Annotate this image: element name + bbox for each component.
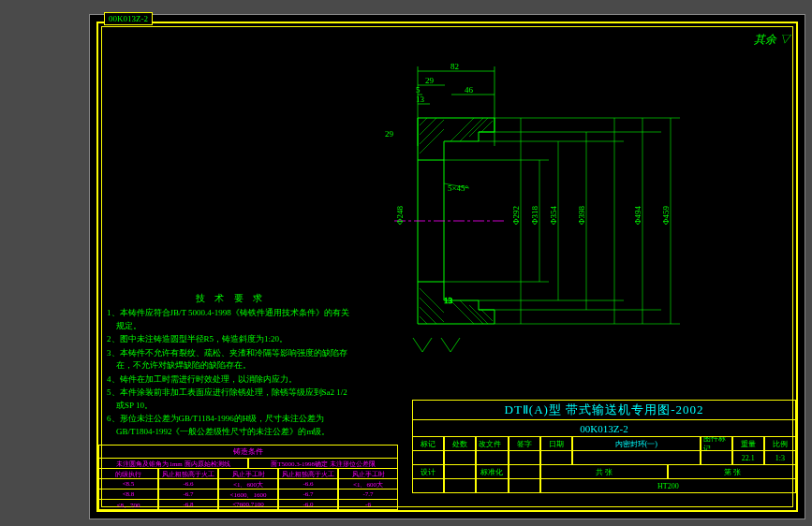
svg-line-11 — [420, 120, 444, 144]
note-item: 6、形位未注公差为GB/T1184-1996的H级，尺寸未注公差为GB/T180… — [116, 413, 355, 438]
svg-line-22 — [460, 300, 483, 324]
dim-5: 5 — [416, 85, 421, 95]
title-block: DTⅡ(A)型 带式输送机专用图-2002 00K013Z-2 标记处数图签更改… — [412, 400, 796, 510]
svg-line-21 — [450, 300, 474, 324]
spec-table: 铸造条件 未注圆角及锥角为1mm 面内原始检测线面T5000.3-1998确定 … — [98, 445, 398, 510]
surface-finish-note: 其余 ▽ — [754, 32, 790, 48]
dim-248: Φ248 — [395, 205, 405, 225]
note-item: 2、图中未注铸造圆型半径R5，铸造斜度为1:20。 — [116, 333, 355, 346]
svg-line-9 — [420, 118, 427, 125]
svg-line-18 — [420, 307, 436, 324]
drawing-tag: 00K013Z-2 — [104, 12, 153, 25]
spec-title: 铸造条件 — [98, 445, 398, 459]
dim-354: Φ354 — [549, 205, 558, 225]
technical-requirements: 技 术 要 求 1、本铸件应符合JB/T 5000.4-1998《铸铁件通用技术… — [107, 291, 355, 439]
svg-line-12 — [420, 129, 444, 153]
dim-398: Φ398 — [577, 205, 586, 225]
note-item: 1、本铸件应符合JB/T 5000.4-1998《铸铁件通用技术条件》的有关规定… — [116, 307, 355, 332]
note-item: 3、本铸件不允许有裂纹、疏松、夹渣和冷隔等影响强度的缺陷存在，不允许对缺焊缺陷的… — [116, 347, 355, 373]
dim-bottom-13: 13 — [444, 296, 453, 305]
svg-line-17 — [420, 316, 427, 324]
dim-13: 13 — [416, 95, 425, 104]
svg-line-16 — [481, 121, 493, 132]
note-item: 5、本件涂装前非加工表面应进行除锈处理，除锈等级应到Sa2 1/2或SP 10。 — [116, 387, 355, 412]
dim-292: Φ292 — [511, 206, 521, 225]
svg-line-13 — [450, 118, 474, 141]
technical-drawing: 82 29 5 46 13 29 — [343, 62, 689, 371]
svg-line-19 — [420, 298, 444, 322]
note-item: 4、铸件在加工时需进行时效处理，以消除内应力。 — [116, 373, 355, 387]
svg-line-24 — [481, 310, 493, 321]
notes-title: 技 术 要 求 — [107, 291, 355, 305]
svg-line-14 — [460, 118, 483, 141]
dim-82: 82 — [450, 62, 459, 71]
dim-29: 29 — [425, 76, 435, 85]
dim-494: Φ494 — [633, 205, 642, 225]
drawing-code: 00K013Z-2 — [412, 420, 796, 437]
drawing-title: DTⅡ(A)型 带式输送机专用图-2002 — [412, 400, 796, 420]
dim-46: 46 — [465, 85, 474, 95]
svg-line-10 — [420, 118, 436, 135]
svg-line-20 — [420, 288, 444, 313]
dim-left-29: 29 — [385, 129, 394, 139]
dim-459: Φ459 — [661, 205, 671, 225]
dim-318: Φ318 — [530, 205, 539, 225]
